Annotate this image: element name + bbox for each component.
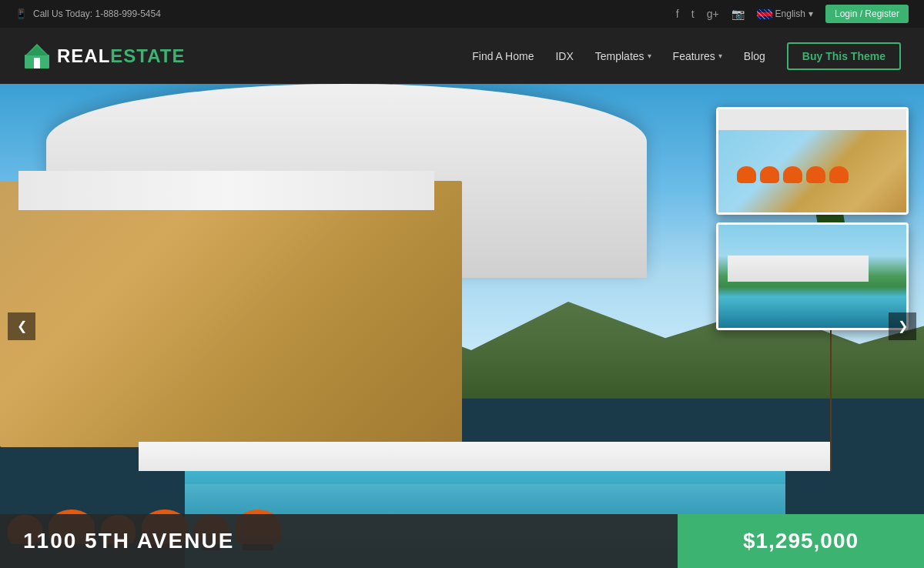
- top-bar: 📱 Call Us Today: 1-888-999-5454 f t g+ 📷…: [0, 0, 924, 28]
- phone-number: Call Us Today: 1-888-999-5454: [33, 8, 161, 19]
- thumb2-pool: [718, 297, 906, 328]
- thumb1-chair-2: [760, 166, 779, 183]
- chevron-down-icon: ▾: [808, 8, 813, 19]
- buy-theme-button[interactable]: Buy This Theme: [787, 42, 901, 70]
- thumb1-ceiling: [718, 109, 906, 130]
- hero-section: ❮ ❯ 1100 5TH AVENUE $1,295,000: [0, 84, 924, 568]
- google-plus-icon[interactable]: g+: [707, 8, 719, 20]
- nav-features[interactable]: Features ▾: [673, 50, 722, 62]
- login-register-button[interactable]: Login / Register: [825, 5, 909, 23]
- thumbnail-2[interactable]: [716, 222, 909, 330]
- logo-house-icon: [23, 42, 51, 70]
- property-thumbnails: [716, 107, 909, 330]
- flag-icon: [757, 9, 772, 19]
- thumb1-chair-3: [783, 166, 802, 183]
- nav-find-a-home[interactable]: Find A Home: [472, 50, 534, 62]
- nav-templates[interactable]: Templates ▾: [595, 50, 651, 62]
- thumb1-chair-5: [829, 166, 849, 183]
- svg-rect-2: [34, 58, 40, 68]
- svg-marker-3: [26, 45, 48, 55]
- property-name-block: 1100 5TH AVENUE: [0, 514, 678, 568]
- thumb1-chairs: [737, 166, 887, 202]
- logo-text: REALESTATE: [57, 45, 185, 67]
- property-price: $1,295,000: [743, 529, 859, 553]
- thumb1-chair-4: [806, 166, 825, 183]
- instagram-icon[interactable]: 📷: [732, 8, 745, 20]
- next-arrow-icon: ❯: [898, 319, 908, 333]
- facebook-icon[interactable]: f: [676, 8, 679, 20]
- top-bar-left: 📱 Call Us Today: 1-888-999-5454: [15, 8, 161, 19]
- features-chevron-icon: ▾: [718, 52, 722, 60]
- language-selector[interactable]: English ▾: [757, 8, 813, 19]
- top-bar-right: f t g+ 📷 English ▾ Login / Register: [676, 5, 909, 23]
- thumb2-background: [718, 225, 906, 328]
- house-ceiling: [18, 171, 434, 209]
- property-bar: 1100 5TH AVENUE $1,295,000: [0, 514, 924, 568]
- nav-links: Find A Home IDX Templates ▾ Features ▾ B…: [472, 42, 901, 70]
- mobile-icon: 📱: [15, 8, 27, 19]
- templates-chevron-icon: ▾: [648, 52, 651, 60]
- prev-arrow-icon: ❮: [17, 319, 27, 333]
- language-label: English: [775, 8, 805, 19]
- next-slide-button[interactable]: ❯: [889, 312, 916, 340]
- property-price-block: $1,295,000: [678, 514, 924, 568]
- property-address: 1100 5TH AVENUE: [23, 529, 234, 553]
- thumbnail-1[interactable]: [716, 107, 909, 215]
- house-interior: [0, 181, 462, 447]
- nav-idx[interactable]: IDX: [555, 50, 573, 62]
- nav-blog[interactable]: Blog: [744, 50, 765, 62]
- thumb1-background: [718, 109, 906, 212]
- twitter-icon[interactable]: t: [691, 8, 695, 20]
- main-navigation: REALESTATE Find A Home IDX Templates ▾ F…: [0, 28, 924, 84]
- thumb2-house: [728, 256, 869, 282]
- logo[interactable]: REALESTATE: [23, 42, 185, 70]
- thumb1-chair-1: [737, 166, 756, 183]
- prev-slide-button[interactable]: ❮: [8, 312, 35, 340]
